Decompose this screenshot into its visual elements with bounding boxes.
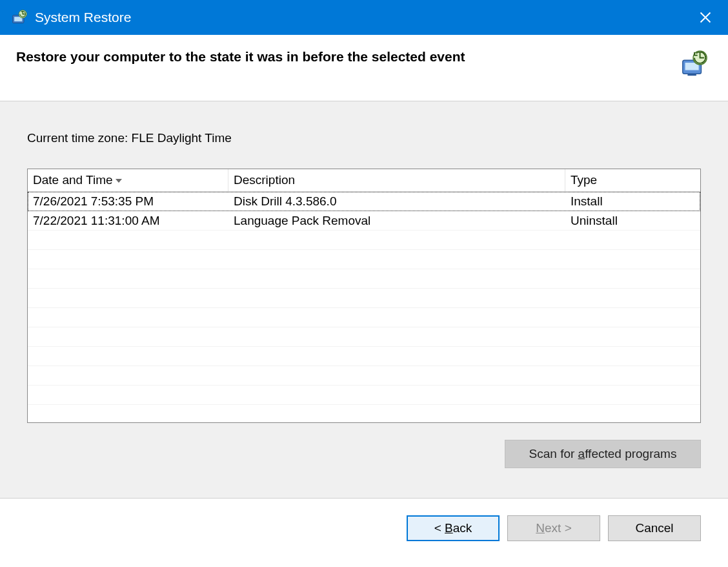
table-row-empty xyxy=(28,269,700,289)
table-row-empty xyxy=(28,308,700,327)
wizard-body: Current time zone: FLE Daylight Time Dat… xyxy=(0,101,728,498)
page-heading: Restore your computer to the state it wa… xyxy=(16,49,465,65)
cell-type: Install xyxy=(565,192,700,211)
wizard-header: Restore your computer to the state it wa… xyxy=(0,35,728,101)
cell-type: Uninstall xyxy=(565,211,700,230)
column-header-type[interactable]: Type xyxy=(565,169,700,191)
table-row-empty xyxy=(28,405,700,424)
grid-header: Date and Time Description Type xyxy=(28,169,700,192)
cell-date: 7/26/2021 7:53:35 PM xyxy=(28,192,228,211)
table-row-empty xyxy=(28,327,700,347)
svg-rect-5 xyxy=(687,74,696,76)
window-title: System Restore xyxy=(35,10,131,25)
system-restore-icon xyxy=(10,8,28,26)
cell-date: 7/22/2021 11:31:00 AM xyxy=(28,211,228,230)
cell-description: Disk Drill 4.3.586.0 xyxy=(228,192,565,211)
scan-affected-programs-button[interactable]: Scan for affected programs xyxy=(505,440,701,468)
restore-points-grid: Date and Time Description Type 7/26/2021… xyxy=(27,169,701,423)
close-button[interactable] xyxy=(683,0,728,35)
system-restore-large-icon xyxy=(679,49,709,79)
table-row-empty xyxy=(28,347,700,366)
column-header-date[interactable]: Date and Time xyxy=(28,169,228,191)
cancel-button[interactable]: Cancel xyxy=(608,515,701,541)
table-row-empty xyxy=(28,231,700,250)
wizard-footer: < Back Next > Cancel xyxy=(0,499,728,541)
grid-body: 7/26/2021 7:53:35 PM Disk Drill 4.3.586.… xyxy=(28,192,700,422)
titlebar: System Restore xyxy=(0,0,728,35)
table-row-empty xyxy=(28,386,700,405)
table-row-empty xyxy=(28,366,700,386)
column-header-description-label: Description xyxy=(234,173,295,187)
back-button[interactable]: < Back xyxy=(407,515,500,541)
table-row[interactable]: 7/22/2021 11:31:00 AM Language Pack Remo… xyxy=(28,211,700,231)
next-button[interactable]: Next > xyxy=(507,515,600,541)
table-row-empty xyxy=(28,289,700,308)
sort-descending-icon xyxy=(116,176,122,184)
column-header-date-label: Date and Time xyxy=(33,173,113,187)
cell-description: Language Pack Removal xyxy=(228,211,565,230)
column-header-type-label: Type xyxy=(571,173,597,187)
column-header-description[interactable]: Description xyxy=(228,169,565,191)
table-row-empty xyxy=(28,250,700,269)
timezone-label: Current time zone: FLE Daylight Time xyxy=(27,131,701,145)
table-row[interactable]: 7/26/2021 7:53:35 PM Disk Drill 4.3.586.… xyxy=(28,192,700,211)
